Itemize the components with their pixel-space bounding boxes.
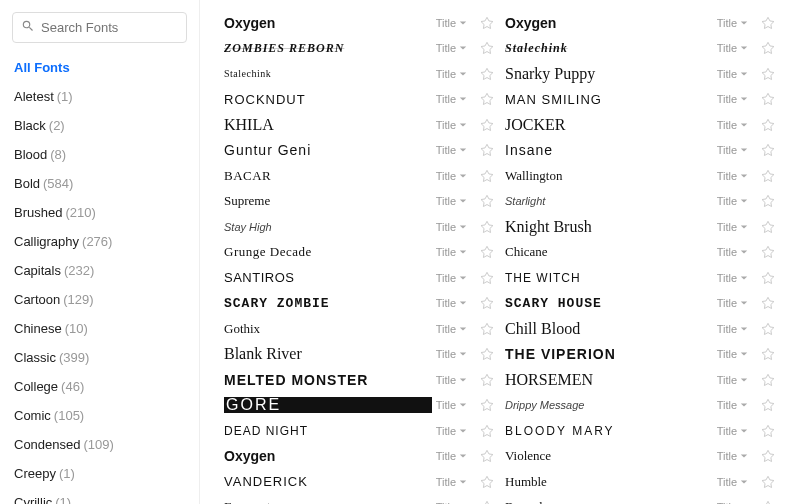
font-name[interactable]: BACAR [224, 168, 432, 184]
favorite-star-icon[interactable] [760, 474, 776, 490]
title-dropdown[interactable]: Title [713, 399, 752, 411]
font-name[interactable]: Oxygen [224, 15, 432, 31]
font-name[interactable]: Insane [505, 142, 713, 158]
favorite-star-icon[interactable] [479, 15, 495, 31]
font-name[interactable]: Stalechink [224, 68, 432, 79]
favorite-star-icon[interactable] [479, 66, 495, 82]
favorite-star-icon[interactable] [760, 270, 776, 286]
category-item[interactable]: All Fonts [0, 53, 195, 82]
category-item[interactable]: Cartoon(129) [0, 285, 195, 314]
category-item[interactable]: Bold(584) [0, 169, 195, 198]
favorite-star-icon[interactable] [479, 346, 495, 362]
font-name[interactable]: Scary Zombie [224, 296, 432, 311]
font-name[interactable]: Stalechink [505, 41, 713, 56]
title-dropdown[interactable]: Title [432, 374, 471, 386]
favorite-star-icon[interactable] [760, 295, 776, 311]
font-name[interactable]: Knight Brush [505, 218, 713, 236]
category-item[interactable]: Cyrillic(1) [0, 488, 195, 504]
title-dropdown[interactable]: Title [432, 246, 471, 258]
favorite-star-icon[interactable] [760, 142, 776, 158]
favorite-star-icon[interactable] [479, 474, 495, 490]
category-item[interactable]: Condensed(109) [0, 430, 195, 459]
title-dropdown[interactable]: Title [713, 119, 752, 131]
font-name[interactable]: SANTIROS [224, 270, 432, 285]
title-dropdown[interactable]: Title [713, 195, 752, 207]
title-dropdown[interactable]: Title [713, 246, 752, 258]
font-name[interactable]: Broock [505, 499, 713, 504]
favorite-star-icon[interactable] [479, 117, 495, 133]
title-dropdown[interactable]: Title [432, 476, 471, 488]
title-dropdown[interactable]: Title [713, 323, 752, 335]
category-item[interactable]: Creepy(1) [0, 459, 195, 488]
font-name[interactable]: Chicane [505, 244, 713, 260]
favorite-star-icon[interactable] [479, 321, 495, 337]
title-dropdown[interactable]: Title [713, 68, 752, 80]
font-name[interactable]: DEAD NIGHT [224, 424, 432, 438]
font-name[interactable]: BLOODY MARY [505, 424, 713, 438]
favorite-star-icon[interactable] [760, 15, 776, 31]
title-dropdown[interactable]: Title [432, 399, 471, 411]
favorite-star-icon[interactable] [760, 244, 776, 260]
title-dropdown[interactable]: Title [713, 450, 752, 462]
font-name[interactable]: Wallington [505, 168, 713, 184]
favorite-star-icon[interactable] [479, 270, 495, 286]
title-dropdown[interactable]: Title [432, 450, 471, 462]
title-dropdown[interactable]: Title [432, 323, 471, 335]
favorite-star-icon[interactable] [760, 66, 776, 82]
title-dropdown[interactable]: Title [713, 144, 752, 156]
title-dropdown[interactable]: Title [432, 119, 471, 131]
font-name[interactable]: Oxygen [224, 448, 432, 464]
title-dropdown[interactable]: Title [713, 476, 752, 488]
search-box[interactable] [12, 12, 187, 43]
favorite-star-icon[interactable] [760, 372, 776, 388]
favorite-star-icon[interactable] [760, 423, 776, 439]
title-dropdown[interactable]: Title [432, 348, 471, 360]
category-list[interactable]: All FontsAletest(1)Black(2)Blood(8)Bold(… [0, 53, 199, 504]
favorite-star-icon[interactable] [479, 168, 495, 184]
title-dropdown[interactable]: Title [432, 297, 471, 309]
favorite-star-icon[interactable] [479, 91, 495, 107]
favorite-star-icon[interactable] [760, 219, 776, 235]
category-item[interactable]: Capitals(232) [0, 256, 195, 285]
title-dropdown[interactable]: Title [713, 374, 752, 386]
font-name[interactable]: GORE [224, 397, 432, 413]
font-name[interactable]: The Viperion [505, 346, 713, 362]
font-name[interactable]: Drippy Message [505, 399, 713, 411]
favorite-star-icon[interactable] [479, 193, 495, 209]
font-name[interactable]: MELTED MONSTER [224, 372, 432, 388]
category-item[interactable]: Brushed(210) [0, 198, 195, 227]
category-item[interactable]: Black(2) [0, 111, 195, 140]
favorite-star-icon[interactable] [760, 193, 776, 209]
favorite-star-icon[interactable] [760, 168, 776, 184]
favorite-star-icon[interactable] [760, 346, 776, 362]
favorite-star-icon[interactable] [479, 372, 495, 388]
font-name[interactable]: JOCKER [505, 116, 713, 134]
title-dropdown[interactable]: Title [432, 17, 471, 29]
font-name[interactable]: Snarky Puppy [505, 65, 713, 83]
font-name[interactable]: HORSEMEN [505, 371, 713, 389]
font-name[interactable]: ROCKNDUT [224, 92, 432, 107]
search-input[interactable] [41, 20, 209, 35]
title-dropdown[interactable]: Title [432, 195, 471, 207]
favorite-star-icon[interactable] [479, 295, 495, 311]
title-dropdown[interactable]: Title [432, 144, 471, 156]
favorite-star-icon[interactable] [760, 397, 776, 413]
favorite-star-icon[interactable] [760, 40, 776, 56]
category-item[interactable]: Chinese(10) [0, 314, 195, 343]
font-name[interactable]: Supreme [224, 193, 432, 209]
title-dropdown[interactable]: Title [713, 93, 752, 105]
font-name[interactable]: ZOMBIES REBORN [224, 41, 432, 56]
category-item[interactable]: College(46) [0, 372, 195, 401]
category-item[interactable]: Blood(8) [0, 140, 195, 169]
title-dropdown[interactable]: Title [713, 425, 752, 437]
font-name[interactable]: MAN SMILING [505, 92, 713, 107]
title-dropdown[interactable]: Title [713, 42, 752, 54]
font-name[interactable]: Violence [505, 448, 713, 464]
category-item[interactable]: Calligraphy(276) [0, 227, 195, 256]
title-dropdown[interactable]: Title [432, 42, 471, 54]
title-dropdown[interactable]: Title [713, 170, 752, 182]
font-name[interactable]: Oxygen [505, 15, 713, 31]
title-dropdown[interactable]: Title [432, 272, 471, 284]
title-dropdown[interactable]: Title [713, 348, 752, 360]
font-name[interactable]: THE WITCH [505, 271, 713, 285]
